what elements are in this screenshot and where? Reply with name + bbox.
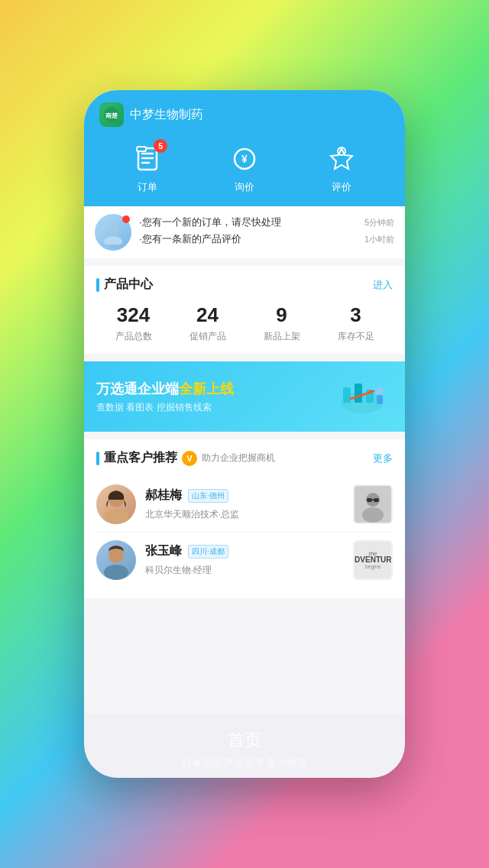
svg-text:南楚: 南楚 [105,112,118,119]
stat-promo-label: 促销产品 [189,330,226,343]
notif-row-1: ·您有一个新的订单，请尽快处理 5分钟前 [139,215,394,229]
stat-low: 3 库存不足 [338,303,374,343]
notif-texts: ·您有一个新的订单，请尽快处理 5分钟前 ·您有一条新的产品评价 1小时前 [139,215,394,249]
notif-msg-1: ·您有一个新的订单，请尽快处理 [139,215,281,229]
svg-point-27 [108,548,124,563]
notif-time-2: 1小时前 [364,234,394,245]
banner-graphic [332,374,393,419]
customer-region-1: 山东·德州 [188,489,228,503]
product-center-title: 产品中心 [104,277,153,293]
notif-dot [122,215,130,223]
orders-icon-wrap: 5 [131,142,164,176]
svg-point-20 [104,509,128,524]
section-title-wrap: 产品中心 [96,277,153,293]
stats-row: 324 产品总数 24 促销产品 9 新品上架 3 库存不足 [96,303,393,343]
section-bar [96,278,99,292]
svg-point-10 [108,224,118,235]
stat-low-number: 3 [350,303,361,327]
notif-time-1: 5分钟前 [364,217,394,228]
stat-total-label: 产品总数 [115,330,152,343]
svg-rect-13 [343,387,351,403]
banner-sub: 查数据 看图表 挖掘销售线索 [96,401,332,414]
product-center-section: 产品中心 进入 324 产品总数 24 促销产品 9 新品上架 3 [84,266,405,354]
inquiry-icon-wrap: ¥ [228,142,261,176]
stat-total: 324 产品总数 [115,303,152,343]
svg-text:begins: begins [365,564,381,570]
customer-info-2: 张玉峰 四川·成都 科贝尔生物·经理 [145,543,344,577]
inquiry-label: 询价 [235,180,254,194]
stat-low-label: 库存不足 [338,330,374,343]
bottom-bar: 首页 订单管理 产品管理 客户推荐 [84,714,405,778]
customer-region-2: 四川·成都 [188,545,228,559]
orders-badge: 5 [154,139,167,153]
footer-subtitle: 订单管理 产品管理 客户推荐 [96,756,393,770]
customer-name-2: 张玉峰 [145,543,182,559]
footer-title: 首页 [96,729,393,752]
customer-item-2[interactable]: 张玉峰 四川·成都 科贝尔生物·经理 the ADVENTURE begins [96,533,393,588]
nav-item-orders[interactable]: 5 订单 [131,142,164,194]
banner-title-prefix: 万选通企业端 [96,381,179,397]
customers-bar [96,452,99,465]
stat-new-number: 9 [276,303,287,327]
vip-badge: V [182,451,197,466]
customer-desc-1: 北京华天顺治技术·总监 [145,509,239,520]
customer-name-row-1: 郝桂梅 山东·德州 [145,487,344,504]
banner-highlight: 全新上线 [179,381,234,397]
nav-icons: 5 订单 ¥ 询价 [99,142,390,206]
review-label: 评价 [332,180,351,194]
banner-title: 万选通企业端全新上线 [96,380,332,398]
main-content: 产品中心 进入 324 产品总数 24 促销产品 9 新品上架 3 [84,258,405,714]
customer-name-row-2: 张玉峰 四川·成都 [145,543,344,559]
product-center-header: 产品中心 进入 [96,277,393,293]
customers-title: 重点客户推荐 [104,450,177,466]
customers-more[interactable]: 更多 [373,452,393,465]
stat-new: 9 新品上架 [264,303,300,343]
promotional-banner[interactable]: 万选通企业端全新上线 查数据 看图表 挖掘销售线索 [84,361,405,432]
customer-name-1: 郝桂梅 [145,487,182,504]
svg-rect-24 [367,498,372,502]
customer-avatar-1 [96,484,136,524]
brand-row: 南楚 中梦生物制药 [99,102,390,127]
svg-point-17 [376,387,384,395]
nav-item-review[interactable]: 评价 [325,142,358,194]
product-center-link[interactable]: 进入 [373,278,393,292]
svg-rect-14 [355,384,362,403]
review-icon-wrap [325,142,358,176]
customer-item-1[interactable]: 郝桂梅 山东·德州 北京华天顺治技术·总监 [96,477,393,533]
stat-promo: 24 促销产品 [189,303,226,343]
review-icon [328,145,355,173]
inquiry-icon: ¥ [231,145,258,173]
phone-frame: 南楚 中梦生物制药 5 订单 [84,90,405,778]
notif-avatar [95,214,131,251]
svg-text:ADVENTURE: ADVENTURE [355,555,391,564]
customers-title-wrap: 重点客户推荐 V 助力企业把握商机 [96,450,275,466]
svg-point-23 [362,507,384,523]
header: 南楚 中梦生物制药 5 订单 [84,90,405,206]
svg-point-28 [104,565,128,580]
banner-text: 万选通企业端全新上线 查数据 看图表 挖掘销售线索 [96,380,332,414]
notif-row-2: ·您有一条新的产品评价 1小时前 [139,232,394,246]
brand-logo: 南楚 [99,102,124,127]
orders-label: 订单 [138,180,157,194]
customer-info-1: 郝桂梅 山东·德州 北京华天顺治技术·总监 [145,487,344,521]
customers-section: 重点客户推荐 V 助力企业把握商机 更多 [84,439,405,598]
stat-total-number: 324 [117,303,150,327]
customer-thumb-2: the ADVENTURE begins [353,540,393,580]
notif-msg-2: ·您有一条新的产品评价 [139,232,241,246]
customers-header: 重点客户推荐 V 助力企业把握商机 更多 [96,450,393,466]
svg-rect-6 [137,147,146,151]
svg-rect-25 [374,498,379,502]
customer-desc-2: 科贝尔生物·经理 [145,565,212,575]
stat-promo-number: 24 [196,303,219,327]
brand-name: 中梦生物制药 [130,107,203,123]
nav-item-inquiry[interactable]: ¥ 询价 [228,142,261,194]
svg-text:¥: ¥ [241,153,248,165]
customer-thumb-1 [353,484,393,524]
svg-point-11 [104,236,122,245]
customer-avatar-2 [96,540,136,580]
notification-strip: ·您有一个新的订单，请尽快处理 5分钟前 ·您有一条新的产品评价 1小时前 [84,206,405,258]
customers-subtitle: 助力企业把握商机 [202,452,275,465]
svg-rect-18 [377,395,383,404]
stat-new-label: 新品上架 [264,330,300,343]
